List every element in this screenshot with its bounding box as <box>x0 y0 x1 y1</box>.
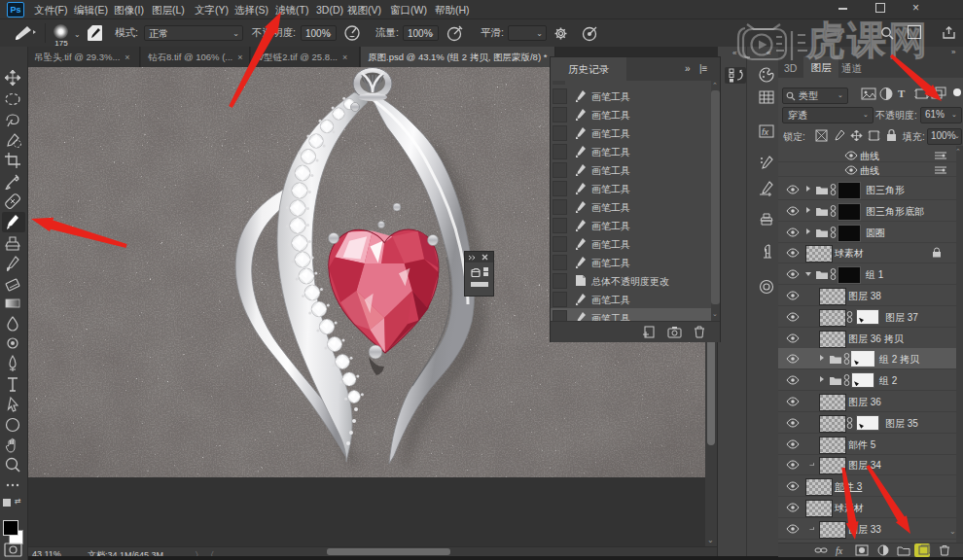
svg-text:fx: fx <box>762 127 769 137</box>
svg-text:fx: fx <box>836 545 843 556</box>
